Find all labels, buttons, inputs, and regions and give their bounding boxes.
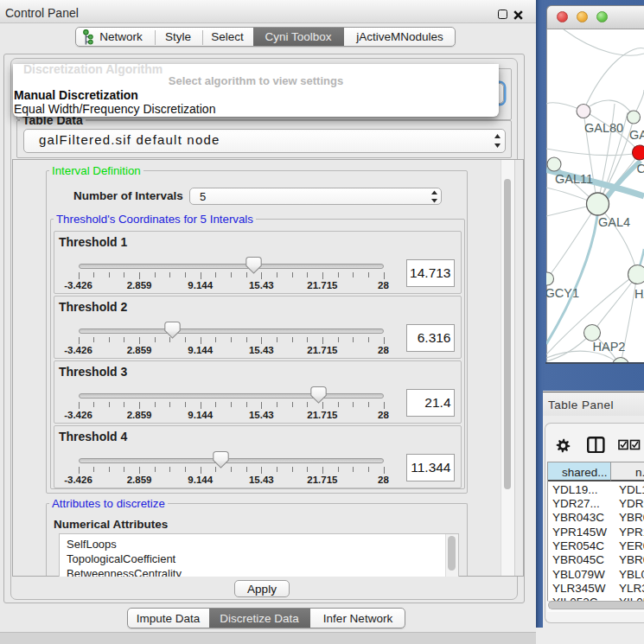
svg-text:CD: CD bbox=[637, 162, 644, 175]
svg-text:GAL11: GAL11 bbox=[555, 172, 593, 186]
svg-text:HA: HA bbox=[634, 287, 644, 301]
svg-text:HAP2: HAP2 bbox=[593, 340, 626, 354]
svg-text:GAL80: GAL80 bbox=[584, 121, 623, 135]
svg-text:GAL4: GAL4 bbox=[598, 215, 630, 229]
svg-text:GCY1: GCY1 bbox=[546, 286, 579, 300]
svg-text:GAL3: GAL3 bbox=[629, 128, 644, 142]
